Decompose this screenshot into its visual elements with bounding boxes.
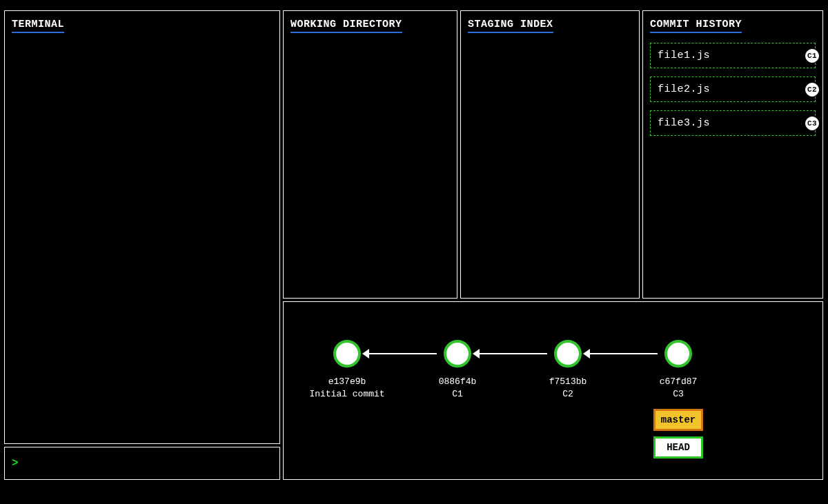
commit-node[interactable] <box>664 340 692 367</box>
file-name: file2.js <box>658 83 710 95</box>
commit-history-file-list: file1.js C1 file2.js C2 file3.js C3 <box>643 33 822 136</box>
commit-node[interactable] <box>554 340 582 367</box>
commit-label: e137e9b Initial commit <box>299 376 395 400</box>
terminal-title: TERMINAL <box>12 17 64 33</box>
file-item: file1.js C1 <box>650 43 816 68</box>
arrow-left-icon <box>362 349 369 359</box>
commit-history-panel: COMMIT HISTORY file1.js C1 file2.js C2 f… <box>642 10 823 299</box>
commit-hash: 0886f4b <box>409 376 506 388</box>
commit-arrow <box>478 353 547 354</box>
commit-arrow <box>589 353 658 354</box>
terminal-input-panel[interactable]: > <box>4 447 280 480</box>
staging-index-panel: STAGING INDEX <box>460 10 640 299</box>
commit-label: c67fd87 C3 <box>630 376 727 400</box>
working-directory-title: WORKING DIRECTORY <box>290 17 402 33</box>
terminal-input[interactable] <box>25 458 259 470</box>
commit-arrow <box>368 353 437 354</box>
commit-label: f7513bb C2 <box>520 376 616 400</box>
terminal-prompt: > <box>5 447 19 470</box>
file-commit-badge: C1 <box>805 49 819 63</box>
commit-label: 0886f4b C1 <box>409 376 506 400</box>
commit-history-title: COMMIT HISTORY <box>650 17 742 33</box>
commit-graph-panel: e137e9b Initial commit 0886f4b C1 f7513b… <box>283 301 823 480</box>
commit-hash: c67fd87 <box>630 376 727 388</box>
terminal-panel: TERMINAL <box>4 10 280 444</box>
branch-label-master[interactable]: master <box>653 409 703 431</box>
commit-message: C1 <box>409 388 506 401</box>
file-commit-badge: C2 <box>805 83 819 97</box>
commit-node[interactable] <box>444 340 471 367</box>
file-item: file3.js C3 <box>650 110 816 136</box>
commit-message: Initial commit <box>299 388 395 401</box>
staging-index-title: STAGING INDEX <box>468 17 553 33</box>
file-commit-badge: C3 <box>805 117 819 130</box>
commit-node[interactable] <box>333 340 361 367</box>
commit-message: C3 <box>630 388 727 401</box>
file-name: file3.js <box>658 117 710 129</box>
working-directory-panel: WORKING DIRECTORY <box>283 10 457 299</box>
file-item: file2.js C2 <box>650 77 816 102</box>
arrow-left-icon <box>473 349 480 359</box>
file-name: file1.js <box>658 50 710 61</box>
head-label[interactable]: HEAD <box>653 436 703 458</box>
commit-hash: e137e9b <box>299 376 395 388</box>
arrow-left-icon <box>583 349 590 359</box>
commit-row: e137e9b Initial commit 0886f4b C1 f7513b… <box>284 340 822 374</box>
commit-hash: f7513bb <box>520 376 616 388</box>
commit-message: C2 <box>520 388 616 401</box>
